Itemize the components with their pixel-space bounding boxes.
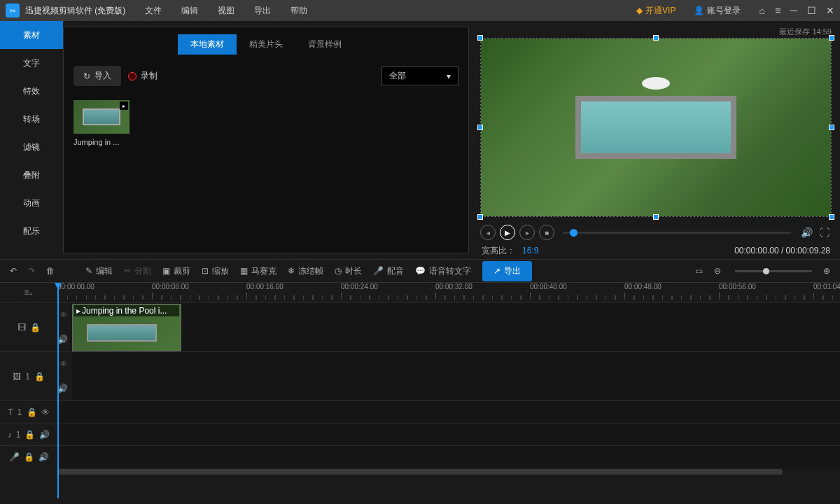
preview-canvas[interactable] — [480, 38, 832, 217]
volume-icon[interactable]: 🔊 — [799, 225, 813, 239]
stt-button[interactable]: 💬语音转文字 — [415, 265, 471, 277]
sound-icon[interactable]: 🔊 — [57, 335, 68, 344]
timeline-toolbar: ↶ ↷ 🗑 ✎编辑 ✂分割 ▣裁剪 ⊡缩放 ▦马赛克 ❄冻结帧 ◷时长 🎤配音 … — [0, 259, 840, 283]
duration-button[interactable]: ◷时长 — [335, 265, 362, 277]
sidebar-item-filter[interactable]: 滤镜 — [0, 133, 63, 161]
zoom-in-icon[interactable]: ⊕ — [823, 266, 830, 276]
split-button[interactable]: ✂分割 — [124, 265, 151, 277]
menu-edit[interactable]: 编辑 — [181, 5, 198, 17]
time-ruler[interactable]: 00:00:00.00 00:00:08.00 00:00:16.00 00:0… — [57, 283, 840, 302]
export-button[interactable]: ↗导出 — [482, 261, 532, 281]
tab-local-media[interactable]: 本地素材 — [178, 34, 237, 55]
sidebar-item-material[interactable]: 素材 — [0, 21, 63, 49]
delete-button[interactable]: 🗑 — [46, 266, 55, 276]
menu-file[interactable]: 文件 — [145, 5, 162, 17]
sidebar-item-text[interactable]: 文字 — [0, 49, 63, 77]
vip-button[interactable]: ◆ 开通VIP — [636, 5, 676, 17]
resize-handle[interactable] — [653, 214, 659, 220]
filter-dropdown[interactable]: 全部 ▾ — [382, 66, 458, 85]
resize-handle[interactable] — [477, 35, 483, 41]
sound-icon[interactable]: 🔊 — [57, 384, 68, 393]
eye-icon[interactable]: 👁 — [41, 407, 50, 417]
lock-icon[interactable]: 🔒 — [24, 430, 35, 440]
minimize-button[interactable]: ─ — [790, 5, 797, 16]
image-track: 🖼1🔒 👁🔊 — [0, 351, 840, 400]
add-track-button[interactable]: ≡₊ — [0, 283, 57, 302]
next-frame-button[interactable]: ▸ — [519, 225, 535, 240]
sidebar-item-overlay[interactable]: 叠附 — [0, 161, 63, 189]
user-icon: 👤 — [694, 6, 704, 15]
diamond-icon: ◆ — [636, 6, 643, 15]
aspect-label: 宽高比： — [482, 245, 515, 257]
zoom-out-icon[interactable]: ⊖ — [714, 266, 721, 276]
import-button[interactable]: ↻ 导入 — [74, 66, 121, 86]
menu-help[interactable]: 帮助 — [290, 5, 307, 17]
aspect-value[interactable]: 16:9 — [522, 246, 538, 255]
sidebar-item-effects[interactable]: 特效 — [0, 77, 63, 105]
sidebar-item-music[interactable]: 配乐 — [0, 217, 63, 245]
resize-handle[interactable] — [477, 125, 483, 130]
zoom-slider[interactable] — [735, 270, 812, 272]
voiceover-button[interactable]: 🎤配音 — [373, 265, 404, 277]
music-icon: ♪ — [8, 430, 12, 440]
horizontal-scrollbar[interactable] — [0, 468, 840, 476]
undo-button[interactable]: ↶ — [10, 266, 17, 276]
close-button[interactable]: ✕ — [826, 5, 834, 16]
eye-icon[interactable]: 👁 — [59, 359, 68, 369]
maximize-button[interactable]: ☐ — [807, 5, 816, 16]
crop-button[interactable]: ▣裁剪 — [162, 265, 190, 277]
lock-icon[interactable]: 🔒 — [34, 372, 45, 382]
preview-area: 最近保存 14:59 ◂ ▶ ▸ ■ 🔊 ⛶ 宽高比： 16:9 — [472, 21, 840, 259]
playhead[interactable] — [57, 283, 59, 498]
stop-button[interactable]: ■ — [539, 225, 554, 240]
resize-handle[interactable] — [829, 214, 834, 220]
tab-backgrounds[interactable]: 背景样例 — [295, 34, 354, 55]
scissors-icon: ✂ — [124, 266, 131, 276]
sound-icon[interactable]: 🔊 — [39, 430, 50, 440]
fit-icon[interactable]: ▭ — [695, 266, 703, 276]
media-thumbnail: ▸ — [74, 100, 130, 134]
lock-icon[interactable]: 🔒 — [24, 452, 34, 462]
fullscreen-icon[interactable]: ⛶ — [818, 225, 832, 239]
title-bar: ✂ 迅捷视频剪辑软件 (免费版) 文件 编辑 视图 导出 帮助 ◆ 开通VIP … — [0, 0, 840, 21]
main-menu: 文件 编辑 视图 导出 帮助 — [145, 5, 307, 17]
tab-intros[interactable]: 精美片头 — [237, 34, 295, 55]
edit-button[interactable]: ✎编辑 — [85, 265, 113, 277]
menu-view[interactable]: 视图 — [218, 5, 234, 17]
mosaic-button[interactable]: ▦马赛克 — [240, 265, 276, 277]
redo-button[interactable]: ↷ — [28, 266, 35, 276]
pencil-icon: ✎ — [85, 266, 92, 276]
clip-icon: ▸ — [76, 306, 80, 316]
mic-icon: 🎤 — [9, 452, 20, 462]
account-button[interactable]: 👤 账号登录 — [694, 5, 741, 17]
media-item-label: Jumping in ... — [74, 138, 130, 146]
resize-handle[interactable] — [829, 35, 834, 41]
progress-slider[interactable] — [563, 232, 791, 234]
sidebar-item-animation[interactable]: 动画 — [0, 189, 63, 217]
hamburger-icon[interactable]: ≡ — [775, 5, 780, 16]
menu-export[interactable]: 导出 — [254, 5, 271, 17]
home-icon[interactable]: ⌂ — [759, 5, 764, 16]
resize-handle[interactable] — [477, 214, 483, 220]
app-title: 迅捷视频剪辑软件 (免费版) — [25, 5, 125, 17]
refresh-icon: ↻ — [83, 71, 90, 81]
play-button[interactable]: ▶ — [500, 225, 515, 240]
zoom-icon: ⊡ — [202, 266, 209, 276]
sound-icon[interactable]: 🔊 — [38, 452, 49, 462]
crop-icon: ▣ — [162, 266, 170, 276]
record-button[interactable]: 录制 — [128, 70, 158, 82]
zoom-button[interactable]: ⊡缩放 — [202, 265, 229, 277]
timeline-clip[interactable]: ▸Jumping in the Pool i... — [72, 304, 181, 351]
media-item[interactable]: ▸ Jumping in ... — [74, 100, 130, 146]
lock-icon[interactable]: 🔒 — [27, 407, 37, 417]
eye-icon[interactable]: 👁 — [59, 310, 68, 320]
resize-handle[interactable] — [653, 35, 659, 41]
sidebar-item-transition[interactable]: 转场 — [0, 105, 63, 133]
freeze-button[interactable]: ❄冻结帧 — [288, 265, 323, 277]
resize-handle[interactable] — [829, 125, 834, 130]
time-display: 00:00:00.00 / 00:00:09.28 — [734, 246, 830, 255]
lock-icon[interactable]: 🔒 — [30, 323, 41, 332]
film-icon: 🎞 — [18, 323, 26, 332]
prev-frame-button[interactable]: ◂ — [480, 225, 496, 240]
media-panel: 本地素材 精美片头 背景样例 ↻ 导入 录制 全部 ▾ ▸ Jump — [63, 27, 469, 253]
